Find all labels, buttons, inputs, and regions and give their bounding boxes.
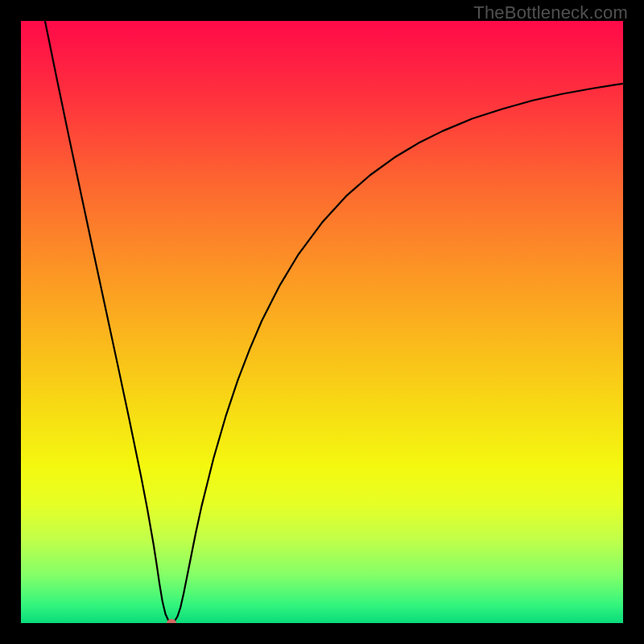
watermark-label: TheBottleneck.com bbox=[473, 2, 628, 23]
chart-root: TheBottleneck.com bbox=[0, 0, 644, 644]
gradient-background bbox=[21, 21, 623, 623]
plot-area bbox=[21, 21, 623, 623]
chart-svg bbox=[21, 21, 623, 623]
